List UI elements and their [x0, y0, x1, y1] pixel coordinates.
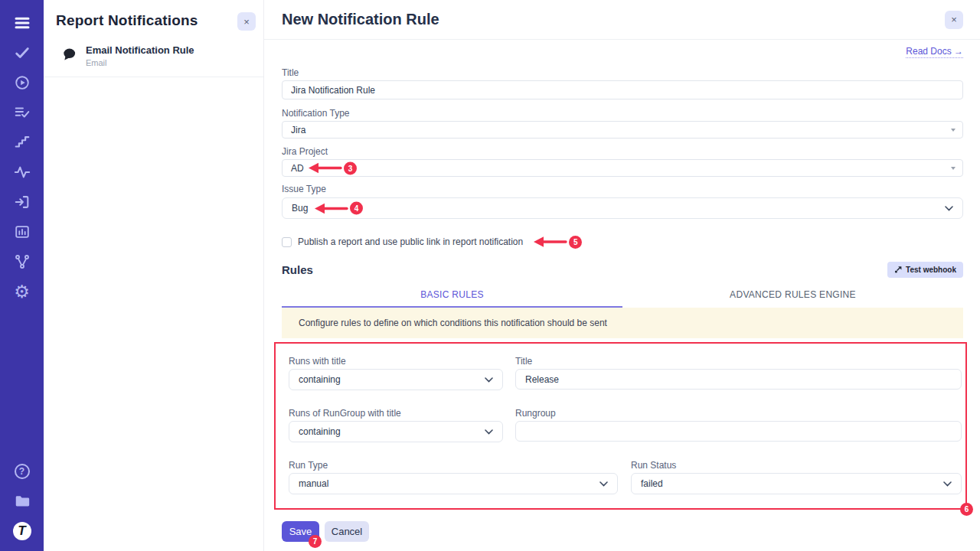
- list-item-title: Email Notification Rule: [86, 44, 194, 56]
- title-field-group: Title: [282, 67, 963, 99]
- rules-annotation-box: Runs with title containing Title Runs of…: [274, 342, 967, 510]
- chevron-down-icon: [485, 426, 493, 437]
- speech-bubble-icon: [61, 47, 77, 65]
- title-label: Title: [282, 67, 963, 78]
- runs-with-title-select[interactable]: containing: [289, 369, 503, 390]
- publish-checkbox-label: Publish a report and use public link in …: [298, 236, 523, 247]
- cancel-button-label: Cancel: [332, 526, 362, 537]
- branch-icon[interactable]: [13, 253, 31, 271]
- folder-icon[interactable]: [13, 492, 31, 510]
- read-docs-row: Read Docs →: [282, 46, 963, 58]
- chevron-down-icon: [599, 478, 608, 489]
- rungroup-input[interactable]: [515, 421, 962, 442]
- rules-tabs: BASIC RULES ADVANCED RULES ENGINE: [282, 284, 963, 308]
- main-close-icon[interactable]: ×: [945, 11, 963, 29]
- notification-type-group: Notification Type Jira: [282, 108, 963, 139]
- tab-advanced-rules-engine[interactable]: ADVANCED RULES ENGINE: [622, 284, 963, 308]
- run-status-select[interactable]: failed: [631, 473, 962, 494]
- list-check-icon[interactable]: [13, 103, 31, 122]
- read-docs-link[interactable]: Read Docs →: [906, 46, 963, 58]
- page-title: New Notification Rule: [282, 11, 439, 28]
- runs-with-title-value: containing: [299, 374, 341, 385]
- rail-bottom: ? T: [13, 462, 31, 551]
- rules-header-row: Rules Test webhook: [282, 262, 963, 278]
- gear-icon[interactable]: ⚙: [13, 282, 31, 301]
- annotation-arrow-4: 4: [313, 202, 363, 215]
- rungroup-with-title-value: containing: [299, 426, 341, 437]
- annotation-badge-4: 4: [350, 202, 363, 215]
- run-title-group: Title: [515, 356, 962, 390]
- bar-chart-icon[interactable]: [13, 223, 31, 241]
- issue-type-label: Issue Type: [282, 184, 963, 194]
- run-type-group: Run Type manual: [289, 460, 618, 494]
- cancel-button[interactable]: Cancel: [325, 521, 369, 542]
- rungroup-with-title-label: Runs of RunGroup with title: [289, 408, 503, 419]
- new-notification-rule-panel: New Notification Rule × Read Docs → Titl…: [264, 0, 980, 551]
- save-button[interactable]: Save 7: [282, 521, 319, 542]
- runs-with-title-label: Runs with title: [289, 356, 503, 367]
- jira-project-select[interactable]: AD 3: [282, 159, 963, 177]
- menu-icon[interactable]: [13, 14, 31, 32]
- chevron-down-icon: [485, 374, 493, 385]
- rungroup-with-title-group: Runs of RunGroup with title containing: [289, 408, 503, 442]
- runs-with-title-group: Runs with title containing: [289, 356, 503, 390]
- publish-checkbox-row: Publish a report and use public link in …: [282, 236, 963, 247]
- rule-row-1: Runs with title containing Title: [289, 356, 962, 390]
- issue-type-select[interactable]: Bug 4: [282, 197, 963, 219]
- annotation-badge-6: 6: [960, 503, 973, 516]
- activity-icon[interactable]: [13, 163, 31, 181]
- play-circle-icon[interactable]: [13, 73, 31, 92]
- notification-type-value: Jira: [291, 125, 305, 135]
- run-title-label: Title: [515, 356, 962, 367]
- jira-project-value: AD: [291, 163, 304, 174]
- annotation-arrow-3: 3: [307, 161, 357, 174]
- panel-title: Report Notifications: [56, 12, 198, 29]
- run-status-value: failed: [641, 478, 663, 489]
- logo-t[interactable]: T: [13, 522, 31, 540]
- rungroup-with-title-select[interactable]: containing: [289, 421, 503, 442]
- jira-project-label: Jira Project: [282, 146, 963, 157]
- icon-rail: ⚙ ? T: [0, 0, 44, 551]
- annotation-badge-3: 3: [344, 161, 357, 174]
- test-webhook-label: Test webhook: [906, 266, 956, 274]
- steps-icon[interactable]: [13, 133, 31, 152]
- rule-row-2: Runs of RunGroup with title containing R…: [289, 408, 962, 442]
- notification-type-select[interactable]: Jira: [282, 121, 963, 139]
- annotation-badge-7: 7: [309, 535, 322, 548]
- run-type-value: manual: [299, 478, 328, 489]
- rules-heading: Rules: [282, 263, 313, 276]
- run-title-input[interactable]: [515, 369, 962, 390]
- panel-close-icon[interactable]: ×: [237, 12, 256, 31]
- form-buttons-row: Save 7 Cancel: [282, 521, 963, 551]
- enter-icon[interactable]: [13, 193, 31, 211]
- annotation-arrow-5: 5: [532, 236, 582, 249]
- check-icon[interactable]: [13, 44, 31, 62]
- main-content: Read Docs → Title Notification Type Jira…: [264, 46, 980, 551]
- notification-type-label: Notification Type: [282, 108, 963, 119]
- tab-basic-rules[interactable]: BASIC RULES: [282, 284, 622, 308]
- chevron-down-icon: [943, 478, 952, 489]
- issue-type-value: Bug: [292, 203, 308, 214]
- issue-type-group: Issue Type Bug 4: [282, 184, 963, 219]
- rungroup-group: Rungroup: [515, 408, 962, 442]
- test-webhook-button[interactable]: Test webhook: [887, 262, 963, 278]
- webhook-icon: [894, 266, 902, 275]
- dropdown-triangle-icon: [951, 167, 956, 170]
- chevron-down-icon: [945, 203, 953, 214]
- panel-header: Report Notifications ×: [44, 0, 263, 37]
- help-icon[interactable]: ?: [13, 462, 31, 481]
- dropdown-triangle-icon: [951, 129, 956, 132]
- rule-row-3: Run Type manual Run Status failed: [289, 460, 962, 494]
- main-header: New Notification Rule ×: [264, 0, 980, 40]
- jira-project-group: Jira Project AD 3: [282, 146, 963, 177]
- publish-checkbox[interactable]: [282, 237, 292, 247]
- app-window: ⚙ ? T Report Notifications × Email Notif…: [0, 0, 980, 551]
- list-item[interactable]: Email Notification Rule Email: [44, 37, 263, 77]
- run-type-label: Run Type: [289, 460, 618, 471]
- run-type-select[interactable]: manual: [289, 473, 618, 494]
- title-input[interactable]: [282, 80, 963, 99]
- report-notifications-panel: Report Notifications × Email Notificatio…: [44, 0, 264, 551]
- rules-info-banner: Configure rules to define on which condi…: [282, 308, 963, 338]
- list-item-subtitle: Email: [86, 58, 194, 67]
- run-status-label: Run Status: [631, 460, 962, 471]
